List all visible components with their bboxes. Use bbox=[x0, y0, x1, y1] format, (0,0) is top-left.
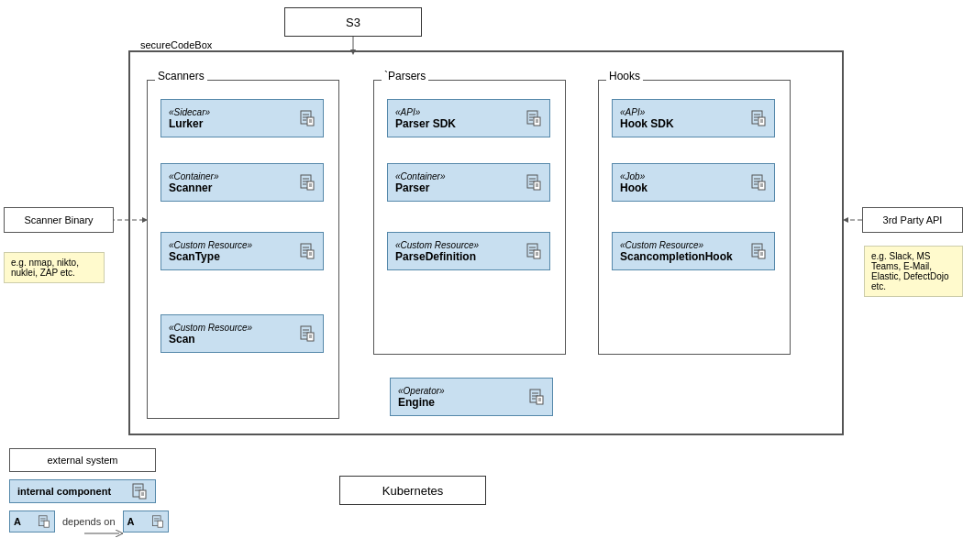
parser-icon bbox=[526, 174, 542, 191]
lurker-stereotype: «Sidecar» bbox=[169, 107, 210, 117]
scantype-box: «Custom Resource» ScanType bbox=[160, 232, 324, 270]
hook-sdk-text: «API» Hook SDK bbox=[620, 107, 674, 130]
parsedefinition-stereotype: «Custom Resource» bbox=[395, 240, 479, 250]
scanners-label: Scanners bbox=[155, 70, 207, 82]
hook-examples-text: e.g. Slack, MS Teams, E-Mail, Elastic, D… bbox=[871, 251, 948, 291]
scanner-text: «Container» Scanner bbox=[169, 171, 218, 194]
lurker-icon bbox=[299, 110, 315, 126]
scanner-examples-text: e.g. nmap, nikto, nuklei, ZAP etc. bbox=[11, 258, 79, 278]
scantype-stereotype: «Custom Resource» bbox=[169, 240, 252, 250]
parsedefinition-text: «Custom Resource» ParseDefinition bbox=[395, 240, 479, 263]
s3-box: S3 bbox=[284, 7, 422, 37]
scanner-examples-note: e.g. nmap, nikto, nuklei, ZAP etc. bbox=[4, 252, 105, 283]
legend-internal-component: internal component bbox=[9, 479, 156, 503]
hook-examples-note: e.g. Slack, MS Teams, E-Mail, Elastic, D… bbox=[864, 246, 963, 297]
parser-box: «Container» Parser bbox=[387, 163, 550, 202]
engine-icon bbox=[528, 389, 545, 405]
hook-text: «Job» Hook bbox=[620, 171, 647, 194]
legend-node-a1-label: A bbox=[14, 516, 21, 527]
secure-codebox-label: secureCodeBox bbox=[138, 39, 215, 50]
scancompletion-box: «Custom Resource» ScancompletionHook bbox=[612, 232, 775, 270]
lurker-name: Lurker bbox=[169, 117, 203, 130]
svg-rect-94 bbox=[158, 521, 162, 527]
kubernetes-label: Kubernetes bbox=[382, 484, 444, 498]
scancompletion-icon bbox=[750, 243, 767, 259]
scan-icon bbox=[299, 325, 315, 342]
scancompletion-name: ScancompletionHook bbox=[620, 250, 733, 263]
secure-codebox-container: secureCodeBox Scanners «Sidecar» Lurker bbox=[128, 50, 844, 435]
hooks-label: Hooks bbox=[606, 70, 643, 82]
third-party-api-label: 3rd Party API bbox=[883, 214, 943, 225]
legend-internal-label: internal component bbox=[17, 486, 111, 497]
hook-sdk-icon bbox=[750, 110, 767, 126]
parsers-label: `Parsers bbox=[382, 70, 428, 82]
hook-sdk-box: «API» Hook SDK bbox=[612, 99, 775, 137]
legend-node-a1: A bbox=[9, 511, 55, 533]
parser-text: «Container» Parser bbox=[395, 171, 445, 194]
s3-label: S3 bbox=[346, 16, 360, 29]
parser-sdk-box: «API» Parser SDK bbox=[387, 99, 550, 137]
parsedefinition-box: «Custom Resource» ParseDefinition bbox=[387, 232, 550, 270]
legend: external system internal component A bbox=[9, 448, 169, 533]
legend-internal-icon bbox=[131, 483, 148, 500]
parser-sdk-stereotype: «API» bbox=[395, 107, 420, 117]
svg-rect-90 bbox=[44, 521, 49, 527]
scanner-icon bbox=[299, 174, 315, 191]
legend-depends-on: A depends on A bbox=[9, 511, 169, 533]
scan-stereotype: «Custom Resource» bbox=[169, 323, 252, 333]
legend-external-label: external system bbox=[47, 455, 117, 466]
scan-box: «Custom Resource» Scan bbox=[160, 314, 324, 353]
engine-text: «Operator» Engine bbox=[398, 386, 445, 409]
parsedefinition-name: ParseDefinition bbox=[395, 250, 476, 263]
parser-sdk-icon bbox=[526, 110, 542, 126]
scanner-stereotype: «Container» bbox=[169, 171, 218, 181]
hook-box: «Job» Hook bbox=[612, 163, 775, 202]
engine-box: «Operator» Engine bbox=[390, 378, 553, 416]
legend-node-a1-icon bbox=[38, 515, 50, 528]
parser-name: Parser bbox=[395, 181, 429, 194]
scanner-name: Scanner bbox=[169, 181, 212, 194]
hook-stereotype: «Job» bbox=[620, 171, 645, 181]
parsedefinition-icon bbox=[526, 243, 542, 259]
scan-name: Scan bbox=[169, 333, 195, 346]
lurker-box: «Sidecar» Lurker bbox=[160, 99, 324, 137]
scanner-binary-label: Scanner Binary bbox=[24, 214, 93, 225]
legend-external-system: external system bbox=[9, 448, 156, 472]
hooks-panel: Hooks «API» Hook SDK bbox=[598, 80, 791, 355]
scanner-binary-box: Scanner Binary bbox=[4, 207, 114, 233]
hook-icon bbox=[750, 174, 767, 191]
hook-sdk-name: Hook SDK bbox=[620, 117, 674, 130]
diagram: S3 secureCodeBox Scanners «Sidecar» Lurk… bbox=[0, 0, 974, 560]
legend-node-a2: A bbox=[123, 511, 169, 533]
engine-stereotype: «Operator» bbox=[398, 386, 445, 396]
scancompletion-text: «Custom Resource» ScancompletionHook bbox=[620, 240, 733, 263]
parser-sdk-name: Parser SDK bbox=[395, 117, 456, 130]
kubernetes-box: Kubernetes bbox=[339, 476, 486, 505]
hook-sdk-stereotype: «API» bbox=[620, 107, 645, 117]
legend-node-a2-label: A bbox=[127, 516, 135, 527]
scanner-box: «Container» Scanner bbox=[160, 163, 324, 202]
hook-name: Hook bbox=[620, 181, 647, 194]
scan-text: «Custom Resource» Scan bbox=[169, 323, 252, 346]
legend-node-a2-icon bbox=[151, 515, 164, 528]
parser-sdk-text: «API» Parser SDK bbox=[395, 107, 456, 130]
scantype-text: «Custom Resource» ScanType bbox=[169, 240, 252, 263]
depends-on-label: depends on bbox=[62, 516, 116, 527]
scancompletion-stereotype: «Custom Resource» bbox=[620, 240, 703, 250]
lurker-text: «Sidecar» Lurker bbox=[169, 107, 210, 130]
scantype-name: ScanType bbox=[169, 250, 220, 263]
parsers-panel: `Parsers «API» Parser SDK bbox=[373, 80, 566, 355]
engine-name: Engine bbox=[398, 396, 435, 409]
scantype-icon bbox=[299, 243, 315, 259]
third-party-api-box: 3rd Party API bbox=[862, 207, 963, 233]
scanners-panel: Scanners «Sidecar» Lurker bbox=[147, 80, 339, 419]
parser-stereotype: «Container» bbox=[395, 171, 445, 181]
